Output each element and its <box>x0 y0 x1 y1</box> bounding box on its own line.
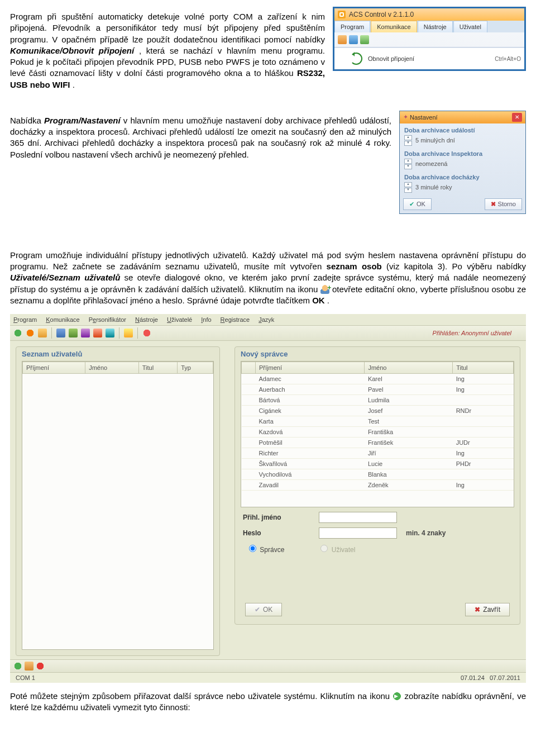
tool-lock-icon[interactable] <box>93 329 102 337</box>
status-icon[interactable] <box>360 35 369 44</box>
status-date2: 07.07.2011 <box>490 674 520 681</box>
nastaveni-dialog: ✦ Nastavení ✕ Doba archivace událostí ▲▼… <box>399 111 526 214</box>
menu-nastroje[interactable]: Nástroje <box>418 21 453 32</box>
tool-run-icon[interactable] <box>26 329 35 337</box>
ok-button[interactable]: ✔OK <box>403 198 432 210</box>
close-button[interactable]: ✖Zavřít <box>465 603 510 616</box>
ok-button-disabled: ✔OK <box>245 603 282 616</box>
login-label: Přihl. jméno <box>243 513 310 521</box>
bottom-toolbar <box>10 659 526 672</box>
tool-db-icon[interactable] <box>56 329 65 337</box>
tool-key-icon[interactable] <box>106 329 114 337</box>
spinner-buttons[interactable]: ▲▼ <box>404 159 412 169</box>
panel-title-users: Seznam uživatelů <box>16 347 219 361</box>
new-admin-panel: Nový správce Příjmení Jméno Titul Adamec… <box>234 346 520 625</box>
spinner-buttons[interactable]: ▲▼ <box>404 135 412 146</box>
users-list-panel: Seznam uživatelů Příjmení Jméno Titul Ty… <box>16 346 220 656</box>
archive-inspector-value: neomezená <box>415 160 448 167</box>
archive-events-value: 5 minulých dní <box>415 137 455 144</box>
spinner-buttons[interactable]: ▲▼ <box>404 182 412 193</box>
footer-user-icon[interactable] <box>25 662 34 671</box>
col-typ[interactable]: Typ <box>178 362 213 374</box>
menu-item-label: Obnovit připojení <box>368 55 414 62</box>
table-row[interactable]: VychodilováBlanka <box>242 469 514 480</box>
col-marker <box>242 362 256 374</box>
archive-events-row: Doba archivace událostí ▲▼ 5 minulých dn… <box>400 123 525 147</box>
persons-table-wrap: Příjmení Jméno Titul AdamecKarelIngAuerb… <box>241 361 514 507</box>
password-input[interactable] <box>319 527 397 539</box>
col-jmeno[interactable]: Jméno <box>365 362 453 374</box>
menu-info[interactable]: Info <box>201 316 211 323</box>
menu-item-obnovit-pripojeni[interactable]: Obnovit připojení Ctrl+Alt+O <box>334 47 524 69</box>
tool-refresh-icon[interactable] <box>13 329 22 337</box>
main-menu-bar: Program Komunikace Personifikátor Nástro… <box>10 314 526 325</box>
users-table: Příjmení Jméno Titul Typ <box>22 362 213 374</box>
tool-stop-icon[interactable] <box>142 329 151 337</box>
login-row: Přihl. jméno <box>243 512 512 523</box>
menu-komunikace[interactable]: Komunikace <box>46 316 80 323</box>
col-prijmeni[interactable]: Příjmení <box>23 362 85 374</box>
main-app-window: Program Komunikace Personifikátor Nástro… <box>10 314 526 683</box>
status-port: COM 1 <box>16 674 35 681</box>
tool-user-icon[interactable] <box>38 329 47 337</box>
acs-control-window: ACS Control v 2.1.1.0 Program Komunikace… <box>333 7 526 71</box>
password-row: Heslo min. 4 znaky <box>243 527 512 539</box>
status-bar: COM 1 07.01.24 07.07.2011 <box>10 672 526 683</box>
tool-report-icon[interactable] <box>81 329 90 337</box>
footer-add-icon[interactable] <box>13 662 22 671</box>
menu-jazyk[interactable]: Jazyk <box>259 316 274 323</box>
toolbar <box>334 32 524 47</box>
menu-item-shortcut: Ctrl+Alt+O <box>495 56 521 62</box>
table-row[interactable]: KazdováFrantiška <box>242 427 514 438</box>
table-row[interactable]: BártováLudmila <box>242 395 514 406</box>
close-button[interactable]: ✕ <box>512 113 522 122</box>
table-row[interactable]: PotměšilFrantišekJUDr <box>242 438 514 448</box>
col-titul[interactable]: Titul <box>138 362 177 374</box>
table-row[interactable]: ŠkvařilováLuciePHDr <box>242 459 514 469</box>
main-toolbar: Přihlášen: Anonymní uživatel <box>10 325 526 341</box>
permissions-icon <box>393 692 401 701</box>
storno-button[interactable]: ✖Storno <box>485 198 522 210</box>
menu-personifikator[interactable]: Personifikátor <box>89 316 126 323</box>
login-status: Přihlášen: Anonymní uživatel <box>433 330 523 336</box>
app-icon <box>338 11 346 18</box>
title-bar: ACS Control v 2.1.1.0 <box>334 8 524 21</box>
col-titul[interactable]: Titul <box>453 362 514 374</box>
menu-program[interactable]: Program <box>334 21 370 32</box>
password-hint: min. 4 znaky <box>406 529 446 537</box>
menu-registrace[interactable]: Registrace <box>221 316 250 323</box>
footer-remove-icon[interactable] <box>36 662 45 671</box>
password-label: Heslo <box>243 529 310 537</box>
tool-list-icon[interactable] <box>69 329 78 337</box>
refresh-icon <box>350 53 362 65</box>
archive-attendance-label: Doba archivace docházky <box>404 174 521 180</box>
table-row[interactable]: AdamecKarelIng <box>242 374 514 384</box>
menu-nastroje[interactable]: Nástroje <box>135 316 158 323</box>
menu-bar: Program Komunikace Nástroje Uživatel <box>334 21 524 32</box>
menu-program[interactable]: Program <box>13 316 37 323</box>
table-row[interactable]: ZavadilZdeněkIng <box>242 480 514 491</box>
col-jmeno[interactable]: Jméno <box>85 362 139 374</box>
menu-komunikace[interactable]: Komunikace <box>371 21 417 32</box>
add-user-icon <box>320 285 329 294</box>
users-group-icon[interactable] <box>349 35 358 44</box>
menu-uzivatele[interactable]: Uživatelé <box>167 316 192 323</box>
archive-attendance-row: Doba archivace docházky ▲▼ 3 minulé roky <box>400 170 525 194</box>
role-row: Správce Uživatel <box>246 543 509 554</box>
user-single-icon[interactable] <box>338 35 347 44</box>
panel-title-new-admin: Nový správce <box>235 347 520 361</box>
role-user-radio: Uživatel <box>318 543 355 554</box>
archive-inspector-row: Doba archivace Inspektora ▲▼ neomezená <box>400 147 525 170</box>
table-row[interactable]: RichterJiříIng <box>242 448 514 459</box>
users-table-wrap: Příjmení Jméno Titul Typ <box>22 361 214 650</box>
menu-uzivatel[interactable]: Uživatel <box>453 21 487 32</box>
table-row[interactable]: CigánekJosefRNDr <box>242 406 514 416</box>
persons-table: Příjmení Jméno Titul AdamecKarelIngAuerb… <box>241 362 514 491</box>
role-admin-radio[interactable]: Správce <box>246 543 284 554</box>
status-date1: 07.01.24 <box>461 674 485 681</box>
col-prijmeni[interactable]: Příjmení <box>256 362 365 374</box>
login-input[interactable] <box>319 512 397 523</box>
table-row[interactable]: KartaTest <box>242 416 514 427</box>
table-row[interactable]: AuerbachPavelIng <box>242 384 514 395</box>
tool-star-icon[interactable] <box>124 329 133 337</box>
